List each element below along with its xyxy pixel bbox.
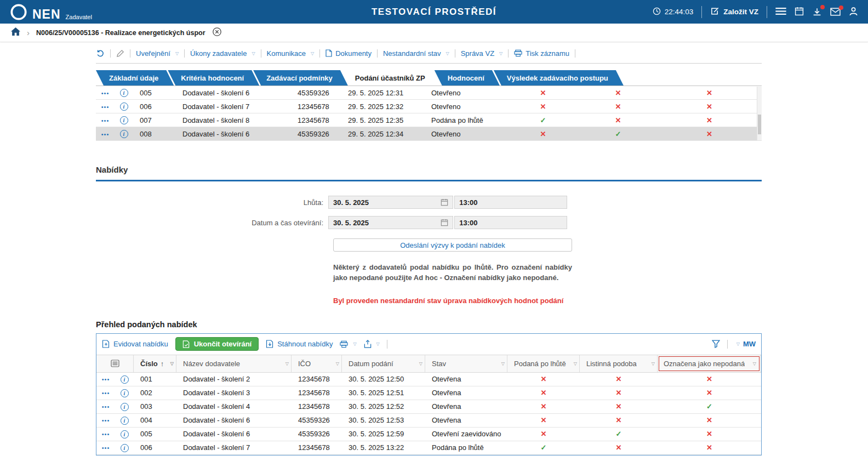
opening-date-field[interactable]: 30. 5. 2025	[328, 216, 453, 229]
column-header-nazev-dodavatele[interactable]: Název dodavatele ▽	[176, 355, 292, 372]
column-header-cislo[interactable]: Číslo ↑ ▽	[134, 355, 176, 372]
deadline-date-field[interactable]: 30. 5. 2025	[328, 196, 453, 209]
view-selector[interactable]: ▽ MW	[735, 340, 756, 348]
messages-button[interactable]	[830, 8, 841, 16]
print-button[interactable]: ▽	[340, 340, 356, 348]
scrollbar[interactable]	[757, 87, 762, 140]
opening-time-field[interactable]: 13:00	[454, 216, 567, 229]
table-row[interactable]: ••• i 001 Dodavatel - školení 2 12345678…	[96, 373, 761, 386]
header-divider	[701, 6, 702, 18]
offer-number: 006	[133, 102, 176, 111]
calendar-icon[interactable]	[441, 198, 448, 206]
download-offers-button[interactable]: Stáhnout nabídky	[266, 340, 333, 348]
filter-dropdown-icon[interactable]: ▽	[285, 361, 289, 366]
row-menu-icon[interactable]: •••	[102, 431, 110, 437]
home-icon[interactable]	[11, 27, 20, 38]
finish-opening-button[interactable]: Ukončit otevírání	[175, 337, 259, 351]
breadcrumb-record-label[interactable]: N006/25/V00005136 - Realizace energetick…	[36, 29, 205, 37]
table-row[interactable]: ••• i 006 Dodavatel - školení 7 12345678…	[96, 441, 761, 455]
menu-button[interactable]	[775, 7, 786, 17]
table-row[interactable]: ••• i 007 Dodavatel - školení 8 12345678…	[96, 113, 762, 127]
deadline-date-value: 30. 5. 2025	[333, 198, 369, 207]
column-header-datum-podani[interactable]: Datum podání ▽	[342, 355, 425, 372]
column-settings-button[interactable]	[96, 355, 134, 372]
info-icon[interactable]: i	[121, 444, 129, 452]
info-icon[interactable]: i	[121, 430, 129, 438]
tab-zakladni-udaje[interactable]: Základní údaje	[96, 70, 174, 86]
row-menu-icon[interactable]: •••	[102, 445, 110, 451]
table-row[interactable]: ••• i 005 Dodavatel - školení 6 45359326…	[96, 428, 761, 441]
register-offer-button[interactable]: Evidovat nabídku	[102, 340, 168, 348]
filter-dropdown-icon[interactable]: ▽	[170, 361, 174, 366]
filter-dropdown-icon[interactable]: ▽	[652, 361, 655, 366]
tab-podani-ucastniku-zp[interactable]: Podání účastníků ZP	[342, 70, 441, 86]
toolbar-item-nestandardni-stav[interactable]: Nestandardní stav ▽	[383, 49, 449, 58]
table-row[interactable]: ••• i 003 Dodavatel - školení 4 12345678…	[96, 400, 761, 414]
info-icon[interactable]: i	[121, 417, 129, 425]
filter-dropdown-icon[interactable]: ▽	[753, 361, 756, 366]
info-icon[interactable]: i	[121, 403, 129, 411]
record-toolbar: Uveřejnění ▽ Úkony zadavatele ▽ Komunika…	[96, 49, 762, 58]
toolbar-item-ukony-zadavatele[interactable]: Úkony zadavatele ▽	[190, 49, 255, 58]
filter-dropdown-icon[interactable]: ▽	[574, 361, 577, 366]
toolbar-item-komunikace[interactable]: Komunikace ▽	[267, 49, 315, 58]
table-row-selected[interactable]: ••• i 008 Dodavatel - školení 6 45359326…	[96, 127, 762, 141]
info-icon[interactable]: i	[120, 102, 128, 111]
toolbar-divider	[508, 49, 509, 58]
calendar-button[interactable]	[795, 7, 804, 18]
row-menu-icon[interactable]: •••	[102, 376, 110, 383]
info-icon[interactable]: i	[120, 116, 128, 124]
row-menu-icon[interactable]: •••	[102, 390, 110, 396]
column-header-oznacena-jako-nepodana[interactable]: Označena jako nepodaná ▽	[658, 355, 761, 372]
tab-zadavaci-podminky[interactable]: Zadávací podmínky	[253, 70, 348, 86]
profile-button[interactable]	[849, 7, 858, 18]
filter-dropdown-icon[interactable]: ▽	[501, 361, 505, 366]
filter-dropdown-icon[interactable]: ▽	[419, 361, 422, 366]
edit-record-button[interactable]	[116, 49, 124, 58]
column-header-ico[interactable]: IČO ▽	[292, 355, 342, 372]
downloads-button[interactable]	[812, 7, 822, 16]
info-icon[interactable]: i	[120, 130, 128, 138]
tab-kriteria-hodnoceni[interactable]: Kritéria hodnocení	[168, 70, 259, 86]
not-submitted-mark: ✕	[706, 430, 712, 438]
tab-hodnoceni[interactable]: Hodnocení	[435, 70, 500, 86]
scrollbar-thumb[interactable]	[758, 115, 761, 134]
row-menu-icon[interactable]: •••	[102, 403, 110, 410]
history-button[interactable]	[96, 49, 105, 58]
row-menu-icon[interactable]: •••	[101, 131, 110, 138]
export-button[interactable]: ▽	[364, 340, 380, 348]
tab-label: Výsledek zadávacího postupu	[507, 74, 608, 82]
info-icon[interactable]: i	[121, 375, 129, 384]
row-menu-icon[interactable]: •••	[101, 117, 110, 124]
brand[interactable]: NEN Zadavatel	[10, 3, 92, 21]
row-menu-icon[interactable]: •••	[102, 417, 110, 424]
toolbar-item-dokumenty[interactable]: Dokumenty	[326, 49, 372, 58]
filter-button[interactable]	[712, 340, 720, 348]
table-row[interactable]: ••• i 004 Dodavatel - školení 6 45359326…	[96, 414, 761, 428]
tab-vysledek-zadavaciho-postupu[interactable]: Výsledek zadávacího postupu	[494, 70, 624, 86]
nonstandard-warning: Byl proveden nestandardní stav úprava na…	[333, 297, 717, 305]
close-record-icon[interactable]	[212, 27, 222, 39]
offer-number: 004	[134, 416, 176, 424]
column-header-stav[interactable]: Stav ▽	[425, 355, 507, 372]
deadline-time-field[interactable]: 13:00	[454, 196, 567, 209]
create-vz-button[interactable]: Založit VZ	[710, 7, 758, 18]
toolbar-item-uverejneni[interactable]: Uveřejnění ▽	[136, 49, 179, 58]
send-invite-button[interactable]: Odeslání výzvy k podání nabídek	[333, 238, 572, 252]
paper-mark: ✕	[616, 416, 622, 424]
column-header-podana-po-lhute[interactable]: Podaná po lhůtě ▽	[507, 355, 580, 372]
table-row[interactable]: ••• i 002 Dodavatel - školení 3 12345678…	[96, 386, 761, 400]
info-icon[interactable]: i	[120, 89, 128, 97]
filter-dropdown-icon[interactable]: ▽	[336, 361, 339, 366]
table-row[interactable]: ••• i 005 Dodavatel - školení 6 45359326…	[96, 86, 762, 100]
table-row[interactable]: ••• i 006 Dodavatel - školení 7 12345678…	[96, 100, 762, 113]
toolbar-item-tisk-zaznamu[interactable]: Tisk záznamu	[514, 49, 569, 58]
row-menu-icon[interactable]: •••	[101, 90, 110, 96]
toolbar-item-sprava-vz[interactable]: Správa VZ ▽	[461, 49, 503, 58]
column-header-listinna-podoba[interactable]: Listinná podoba ▽	[580, 355, 658, 372]
brand-name: NEN	[32, 8, 61, 21]
row-menu-icon[interactable]: •••	[101, 104, 110, 110]
info-icon[interactable]: i	[121, 389, 129, 397]
offer-status: Otevřeno	[425, 89, 507, 97]
calendar-icon[interactable]	[441, 219, 448, 226]
